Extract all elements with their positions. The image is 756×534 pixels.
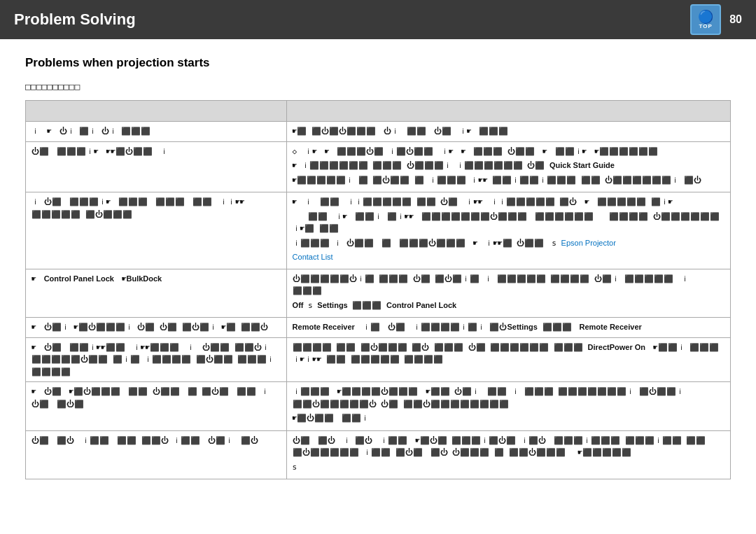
logo-label: TOP bbox=[699, 23, 713, 29]
cause-cell: ｉ ⏻⬛ ⬛⬛⬛ｉ☛ ⬛⬛⬛ ⬛⬛⬛ ⬛⬛ ｉｉ☛☛⬛⬛⬛⬛⬛ ⬛⏻⬛⬛⬛ bbox=[26, 192, 287, 269]
table-row: ☛ ⏻⬛ ☛⬛⏻⬛⬛⬛ ⬛⬛ ⏻⬛⬛ ⬛ ⬛⏻⬛ ⬛⬛ ｉ ⏻⬛ ⬛⏻⬛ ｉ⬛⬛… bbox=[26, 382, 731, 431]
page-number: 80 bbox=[729, 13, 742, 26]
solution-cell: ｉ⬛⬛⬛ ☛⬛⬛⬛⬛⏻⬛⬛⬛ ☛⬛⬛ ⏻⬛ｉ ⬛⬛ ｉ ⬛⬛⬛ ⬛⬛⬛⬛⬛⬛⬛ｉ… bbox=[286, 382, 730, 431]
solution-cell: ⏻⬛⬛⬛⬛⬛⏻ｉ⬛ ⬛⬛⬛ ⏻⬛ ⬛⏻⬛ｉ⬛ ｉ ⬛⬛⬛⬛⬛ ⬛⬛⬛⬛ ⏻⬛ｉ … bbox=[286, 269, 730, 318]
subtitle-text: □□□□□□□□□□ bbox=[25, 81, 731, 92]
table-row: ｉ ⏻⬛ ⬛⬛⬛ｉ☛ ⬛⬛⬛ ⬛⬛⬛ ⬛⬛ ｉｉ☛☛⬛⬛⬛⬛⬛ ⬛⏻⬛⬛⬛ ☛ … bbox=[26, 192, 731, 269]
table-header-solution bbox=[286, 101, 730, 122]
table-row: ⏻⬛ ⬛⬛⬛ｉ☛ ☛☛⬛⏻⬛⬛ ｉ ◇ ｉ☛ ☛ ⬛⬛⬛⏻⬛ ｉ⬛⏻⬛⬛ ｉ☛ … bbox=[26, 141, 731, 192]
table-row: ☛ ⏻⬛ｉ ☛⬛⏻⬛⬛⬛ｉ ⏻⬛ ⏻⬛ ⬛⏻⬛ｉ ☛⬛ ⬛⬛⏻ Remote R… bbox=[26, 318, 731, 338]
cause-cell: ☛ Control Panel Lock ☛BulkDock bbox=[26, 269, 287, 318]
contact-list-link[interactable]: Contact List bbox=[293, 253, 333, 261]
cause-cell: ⏻⬛ ⬛⏻ ｉ⬛⬛ ⬛⬛ ⬛⬛⏻ ｉ⬛⬛ ⏻⬛ｉ ⬛⏻ bbox=[26, 430, 287, 479]
solution-cell: ◇ ｉ☛ ☛ ⬛⬛⬛⏻⬛ ｉ⬛⏻⬛⬛ ｉ☛ ☛ ⬛⬛⬛ ⏻⬛⬛ ☛ ⬛⬛ｉ☛ ☛… bbox=[286, 141, 730, 192]
solution-cell: ☛⬛ ⬛⏻⬛⏻⬛⬛⬛ ⏻ｉ ⬛⬛ ⏻⬛ ｉ☛ ⬛⬛⬛ bbox=[286, 122, 730, 142]
main-content: Problems when projection starts □□□□□□□□… bbox=[0, 39, 756, 496]
problems-table: ｉ ☛ ⏻ｉ ⬛ｉ ⏻ｉ ⬛⬛⬛ ☛⬛ ⬛⏻⬛⏻⬛⬛⬛ ⏻ｉ ⬛⬛ ⏻⬛ ｉ☛ … bbox=[25, 100, 731, 479]
cause-cell: ｉ ☛ ⏻ｉ ⬛ｉ ⏻ｉ ⬛⬛⬛ bbox=[26, 122, 287, 142]
section-title: Problems when projection starts bbox=[25, 56, 731, 70]
page-title: Problem Solving bbox=[14, 10, 136, 29]
cause-cell: ☛ ⏻⬛ ☛⬛⏻⬛⬛⬛ ⬛⬛ ⏻⬛⬛ ⬛ ⬛⏻⬛ ⬛⬛ ｉ ⏻⬛ ⬛⏻⬛ bbox=[26, 382, 287, 431]
page-header: Problem Solving 🔵 TOP 80 bbox=[0, 0, 756, 39]
epson-projector-link[interactable]: Epson Projector bbox=[561, 239, 616, 247]
logo-icon: 🔵 bbox=[698, 10, 713, 23]
cause-cell: ☛ ⏻⬛ ⬛⬛ｉ☛☛⬛⬛ ｉ☛☛⬛⬛⬛ ｉ ⏻⬛⬛ ⬛⬛⏻ｉ ⬛⬛⬛⬛⬛⏻⬛⬛ … bbox=[26, 337, 287, 382]
table-header-cause bbox=[26, 101, 287, 122]
solution-cell: Remote Receiver ｉ⬛ ⏻⬛ ｉ⬛⬛⬛⬛ｉ⬛ｉ ⬛⏻Setting… bbox=[286, 318, 730, 338]
header-right: 🔵 TOP 80 bbox=[690, 4, 742, 35]
solution-cell: ⏻⬛ ⬛⏻ ｉ ⬛⏻ ｉ⬛⬛ ☛⬛⏻⬛ ⬛⬛⬛ｉ⬛⏻⬛ ｉ⬛⏻ ⬛⬛⬛ｉ⬛⬛⬛ … bbox=[286, 430, 730, 479]
table-row: ｉ ☛ ⏻ｉ ⬛ｉ ⏻ｉ ⬛⬛⬛ ☛⬛ ⬛⏻⬛⏻⬛⬛⬛ ⏻ｉ ⬛⬛ ⏻⬛ ｉ☛ … bbox=[26, 122, 731, 142]
solution-cell: ☛ ｉ ⬛⬛ ｉｉ⬛⬛⬛⬛⬛ ⬛⬛ ⏻⬛ ｉ☛☛ ｉｉ⬛⬛⬛⬛⬛ ⬛⏻ ☛ ⬛⬛… bbox=[286, 192, 730, 269]
solution-cell: ⬛⬛⬛⬛ ⬛⬛ ⬛⏻⬛⬛⬛ ⬛⏻ ⬛⬛⬛ ⏻⬛ ⬛⬛⬛⬛⬛⬛ ⬛⬛⬛ Direc… bbox=[286, 337, 730, 382]
cause-cell: ☛ ⏻⬛ｉ ☛⬛⏻⬛⬛⬛ｉ ⏻⬛ ⏻⬛ ⬛⏻⬛ｉ ☛⬛ ⬛⬛⏻ bbox=[26, 318, 287, 338]
epson-logo: 🔵 TOP bbox=[690, 4, 721, 35]
table-row: ☛ ⏻⬛ ⬛⬛ｉ☛☛⬛⬛ ｉ☛☛⬛⬛⬛ ｉ ⏻⬛⬛ ⬛⬛⏻ｉ ⬛⬛⬛⬛⬛⏻⬛⬛ … bbox=[26, 337, 731, 382]
cause-cell: ⏻⬛ ⬛⬛⬛ｉ☛ ☛☛⬛⏻⬛⬛ ｉ bbox=[26, 141, 287, 192]
table-row: ⏻⬛ ⬛⏻ ｉ⬛⬛ ⬛⬛ ⬛⬛⏻ ｉ⬛⬛ ⏻⬛ｉ ⬛⏻ ⏻⬛ ⬛⏻ ｉ ⬛⏻ ｉ… bbox=[26, 430, 731, 479]
table-row: ☛ Control Panel Lock ☛BulkDock ⏻⬛⬛⬛⬛⬛⏻ｉ⬛… bbox=[26, 269, 731, 318]
